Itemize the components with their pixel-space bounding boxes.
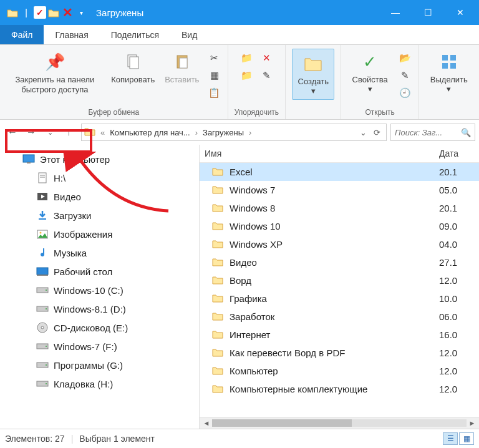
content-area: Этот компьютерH:\ВидеоЗагрузкиИзображени…	[0, 145, 479, 429]
tree-item[interactable]: Видео	[0, 187, 199, 206]
cut-icon[interactable]: ✂	[208, 51, 221, 65]
refresh-button[interactable]: ⟳	[370, 124, 384, 140]
search-icon[interactable]: 🔍	[461, 128, 471, 137]
svg-rect-9	[27, 162, 31, 163]
file-row[interactable]: Как перевести Ворд в PDF12.0	[200, 344, 479, 362]
chevron-right-icon: ›	[193, 128, 200, 137]
tree-item[interactable]: Программы (G:)	[0, 356, 199, 374]
move-to-icon[interactable]: 📁	[240, 51, 253, 65]
tree-item[interactable]: Загрузки	[0, 206, 199, 225]
tab-home[interactable]: Главная	[44, 25, 99, 44]
file-date: 12.0	[439, 384, 474, 394]
tree-item[interactable]: Windows-8.1 (D:)	[0, 299, 199, 318]
select-button[interactable]: Выделить ▾	[425, 49, 473, 96]
file-date: 09.0	[439, 221, 474, 231]
file-row[interactable]: Excel20.1	[200, 163, 479, 181]
file-row[interactable]: Видео27.1	[200, 253, 479, 271]
tree-item[interactable]: H:\	[0, 168, 199, 187]
ribbon-group-select: Выделить ▾	[419, 45, 479, 119]
tree-item[interactable]: Кладовка (H:)	[0, 374, 199, 393]
rename-icon[interactable]: ✎	[259, 69, 273, 82]
tree-item[interactable]: Windows-7 (F:)	[0, 337, 199, 356]
folder-icon	[212, 293, 225, 304]
file-row[interactable]: Windows 1009.0	[200, 217, 479, 235]
file-row[interactable]: Windows XP04.0	[200, 235, 479, 253]
clipboard-mini-buttons: ✂ ▦ 📋	[208, 49, 221, 100]
breadcrumb-item[interactable]: Компьютер для нач...	[110, 128, 190, 137]
open-icon[interactable]: 📂	[399, 51, 412, 65]
copy-path-icon[interactable]: ▦	[208, 69, 221, 82]
window-title: Загружены	[96, 7, 143, 18]
tab-file[interactable]: Файл	[0, 25, 44, 44]
history-icon[interactable]: 🕘	[399, 86, 412, 100]
file-row[interactable]: Ворд12.0	[200, 271, 479, 290]
scroll-thumb[interactable]	[212, 419, 352, 427]
tab-view[interactable]: Вид	[170, 25, 208, 44]
paste-button: Вставить	[163, 49, 201, 87]
minimize-button[interactable]: —	[379, 0, 412, 25]
qat-dropdown-icon[interactable]: ▾	[75, 6, 87, 19]
file-row[interactable]: Заработок06.0	[200, 308, 479, 326]
delete-icon[interactable]: ✕	[61, 6, 74, 19]
file-row[interactable]: Компьютер12.0	[200, 362, 479, 380]
check-icon[interactable]: ✓	[34, 6, 46, 19]
scroll-left-icon[interactable]: ◄	[201, 418, 212, 428]
breadcrumb-item[interactable]: Загружены	[203, 128, 244, 137]
copy-button[interactable]: Копировать	[110, 49, 157, 87]
status-elements-label: Элементов:	[5, 434, 52, 444]
file-row[interactable]: Компьютерные комплектующие12.0	[200, 380, 479, 398]
tree-item-label: Windows-8.1 (D:)	[54, 304, 126, 314]
tree-item[interactable]: Рабочий стол	[0, 262, 199, 281]
svg-point-17	[40, 231, 42, 233]
tree-item[interactable]: Изображения	[0, 225, 199, 243]
properties-icon: ✓	[359, 51, 380, 72]
new-folder-button[interactable]: Создать ▾	[292, 49, 334, 100]
column-name-header[interactable]: Имя	[205, 149, 439, 158]
scroll-right-icon[interactable]: ►	[467, 418, 478, 428]
horizontal-scrollbar[interactable]: ◄ ►	[200, 417, 479, 429]
edit-icon[interactable]: ✎	[399, 69, 412, 82]
file-row[interactable]: Windows 705.0	[200, 181, 479, 199]
tree-item[interactable]: Windows-10 (C:)	[0, 281, 199, 299]
file-row[interactable]: Windows 820.1	[200, 199, 479, 217]
large-icons-view-icon[interactable]: ▦	[459, 432, 474, 445]
svg-rect-7	[450, 63, 456, 69]
annotation-box	[5, 129, 92, 153]
status-bar: Элементов: 27 | Выбран 1 элемент ☰ ▦	[0, 429, 479, 447]
details-view-icon[interactable]: ☰	[443, 432, 458, 445]
file-date: 20.1	[439, 167, 474, 177]
tree-item-label: Рабочий стол	[54, 266, 112, 277]
svg-rect-10	[39, 173, 46, 183]
breadcrumb[interactable]: « Компьютер для нач... › Загружены › ⌄ ⟳	[81, 124, 387, 141]
pin-button[interactable]: 📌 Закрепить на панели быстрого доступа	[6, 49, 104, 98]
tree-item[interactable]: Музыка	[0, 243, 199, 262]
column-date-header[interactable]: Дата	[439, 149, 474, 158]
folder-icon	[212, 311, 225, 323]
scroll-track[interactable]	[212, 419, 467, 427]
properties-button[interactable]: ✓ Свойства ▾	[347, 49, 392, 96]
breadcrumb-dropdown[interactable]: ⌄	[356, 124, 370, 140]
file-name: Интернет	[230, 329, 439, 340]
folder-icon	[212, 203, 225, 214]
tree-item[interactable]: CD-дисковод (E:)	[0, 318, 199, 337]
select-icon	[438, 51, 460, 72]
maximize-button[interactable]: ☐	[412, 0, 444, 25]
tab-share[interactable]: Поделиться	[100, 25, 170, 44]
paste-shortcut-icon[interactable]: 📋	[208, 86, 221, 100]
folder-icon[interactable]	[47, 6, 60, 19]
folder-icon	[212, 257, 225, 268]
image-icon	[36, 228, 49, 240]
folder-icon	[212, 185, 225, 196]
delete-button-icon[interactable]: ✕	[259, 51, 273, 65]
desktop-icon	[36, 266, 49, 277]
copy-to-icon[interactable]: 📁	[240, 69, 253, 82]
file-row[interactable]: Графика10.0	[200, 290, 479, 308]
tree-item-label: H:\	[54, 173, 65, 183]
search-box[interactable]: 🔍	[390, 124, 475, 141]
tree-item-label: Программы (G:)	[54, 360, 123, 371]
close-button[interactable]: ✕	[444, 0, 477, 25]
file-row[interactable]: Интернет16.0	[200, 326, 479, 344]
ribbon-tabs: Файл Главная Поделиться Вид	[0, 25, 479, 45]
search-input[interactable]	[395, 128, 457, 137]
chevron-right-icon: ›	[246, 128, 254, 137]
